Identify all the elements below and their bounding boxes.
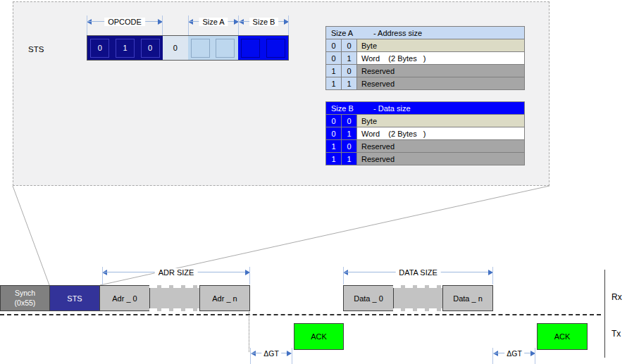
size-a-bit-cell xyxy=(188,36,213,60)
dgt-label: ΔGT xyxy=(261,349,281,358)
opcode-bit-cell: 1 xyxy=(113,36,138,60)
sts-field-label: STS xyxy=(28,45,44,54)
opcode-bit-cell: 0 xyxy=(137,36,163,60)
synch-block: Synch (0x55) xyxy=(0,285,50,311)
bit-value xyxy=(241,39,260,58)
bit-cell: 1 xyxy=(342,77,357,89)
bit-cell: 0 xyxy=(326,115,342,127)
sts-byte-row: 0 1 0 0 xyxy=(87,35,289,61)
dgt-dimension-left: ΔGT xyxy=(251,349,292,358)
adr0-block: Adr _ 0 xyxy=(99,285,150,311)
bit-cell: 0 xyxy=(342,115,357,127)
data0-block: Data _ 0 xyxy=(343,285,394,311)
table-row: 0 0 Byte xyxy=(326,39,524,52)
dimension-tick xyxy=(288,15,289,35)
bit-value: 1 xyxy=(116,39,135,58)
bit-cell: 1 xyxy=(342,153,357,165)
size-a-bit-cell xyxy=(213,36,238,60)
dimension-tick xyxy=(292,348,292,364)
size-b-bit-cell xyxy=(263,36,288,60)
bit-cell: 0 xyxy=(342,140,357,152)
bit-cell: 0 xyxy=(342,39,357,51)
size-a-table: Size A - Address size 0 0 Byte 0 1 Word … xyxy=(325,26,525,90)
adr-size-label: ADR SIZE xyxy=(155,268,198,277)
table-subtitle: - Data size xyxy=(373,104,411,113)
data-ellipsis-block xyxy=(393,285,443,311)
size-a-label: Size A xyxy=(199,18,228,26)
table-row: 1 1 Reserved xyxy=(326,77,524,89)
table-row: 1 0 Reserved xyxy=(326,140,524,153)
table-header: Size B - Data size xyxy=(326,102,524,115)
table-header: Size A - Address size xyxy=(326,27,524,39)
table-row: 0 1 Word (2 Bytes ) xyxy=(326,127,524,140)
dashed-continuation xyxy=(149,285,200,288)
dimension-tick xyxy=(162,15,163,35)
rx-tx-axis-line xyxy=(604,270,605,358)
size-a-dimension: Size A xyxy=(188,18,239,26)
rx-tx-separator-line xyxy=(0,314,601,315)
dashed-continuation xyxy=(393,308,443,311)
size-b-bit-cell xyxy=(238,36,263,60)
datan-block: Data _ n xyxy=(442,285,493,311)
dimension-tick xyxy=(188,15,189,35)
table-title: Size A xyxy=(326,29,373,37)
size-b-dimension: Size B xyxy=(239,18,289,26)
bit-value xyxy=(266,39,285,58)
adrn-block: Adr _ n xyxy=(199,285,250,311)
bit-value xyxy=(216,39,235,58)
size-b-label: Size B xyxy=(249,18,279,26)
bit-cell: 0 xyxy=(326,39,342,51)
ack-block-2: ACK xyxy=(537,323,588,350)
bit-cell: 0 xyxy=(342,65,357,77)
opcode-label: OPCODE xyxy=(104,18,145,26)
bit-value: 0 xyxy=(90,39,109,58)
bit-value: 0 xyxy=(166,39,185,58)
dashed-continuation xyxy=(393,285,443,288)
data-size-dimension: DATA SIZE xyxy=(343,268,493,277)
reserved-bit-cell: 0 xyxy=(163,36,188,60)
adr-ellipsis-block xyxy=(149,285,200,311)
bit-cell: 0 xyxy=(326,127,342,139)
desc-cell: Reserved xyxy=(357,140,524,152)
table-row: 1 1 Reserved xyxy=(326,153,524,165)
projection-dotted-line xyxy=(249,312,249,352)
desc-cell: Reserved xyxy=(357,77,524,89)
bit-cell: 1 xyxy=(326,140,342,152)
dimension-tick xyxy=(535,348,535,364)
data-size-label: DATA SIZE xyxy=(395,268,441,277)
desc-cell: Word (2 Bytes ) xyxy=(357,52,524,64)
table-row: 1 0 Reserved xyxy=(326,65,524,77)
dimension-tick xyxy=(249,267,250,284)
table-row: 0 1 Word (2 Bytes ) xyxy=(326,52,524,65)
dimension-tick xyxy=(102,267,103,284)
dgt-dimension-right: ΔGT xyxy=(493,349,535,358)
arrow-right-icon xyxy=(287,351,292,356)
rx-label: Rx xyxy=(612,292,622,302)
sts-block: STS xyxy=(49,285,100,311)
table-title: Size B xyxy=(326,104,373,113)
dgt-label: ΔGT xyxy=(504,349,524,358)
dimension-tick xyxy=(492,267,493,284)
bit-cell: 1 xyxy=(326,153,342,165)
protocol-frame-diagram: STS 0 1 0 0 OPCODE Size A Size B Size A xyxy=(0,0,627,364)
opcode-bit-cell: 0 xyxy=(87,36,113,60)
ack-block-1: ACK xyxy=(294,323,344,350)
bit-cell: 0 xyxy=(326,52,342,64)
desc-cell: Reserved xyxy=(357,153,524,165)
adr-size-dimension: ADR SIZE xyxy=(102,268,250,277)
dashed-continuation xyxy=(149,308,200,311)
dimension-tick xyxy=(87,15,87,35)
desc-cell: Word (2 Bytes ) xyxy=(357,127,524,139)
size-b-table: Size B - Data size 0 0 Byte 0 1 Word (2 … xyxy=(325,101,525,165)
dimension-tick xyxy=(250,348,251,364)
desc-cell: Byte xyxy=(357,39,524,51)
tx-label: Tx xyxy=(612,329,621,339)
opcode-dimension: OPCODE xyxy=(87,18,163,26)
dimension-tick xyxy=(238,15,239,35)
dimension-tick xyxy=(492,348,493,364)
table-subtitle: - Address size xyxy=(373,29,422,37)
bit-cell: 1 xyxy=(326,65,342,77)
bit-value xyxy=(191,39,210,58)
bit-cell: 1 xyxy=(342,127,357,139)
bit-value: 0 xyxy=(141,39,160,58)
